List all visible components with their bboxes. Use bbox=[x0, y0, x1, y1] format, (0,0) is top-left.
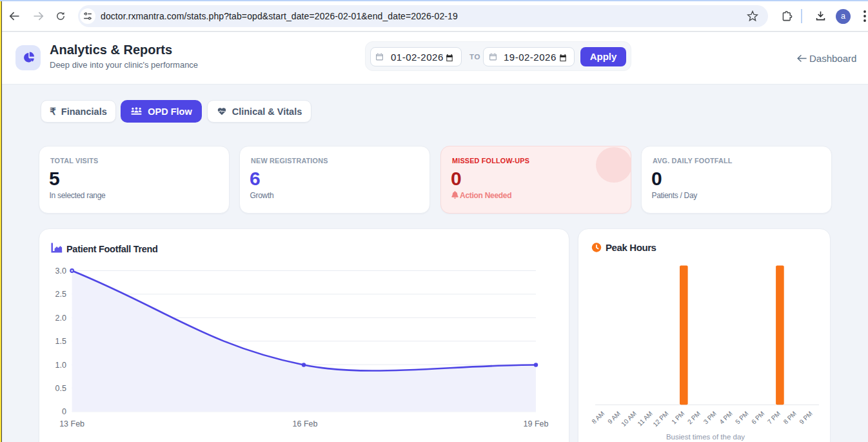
svg-text:10 AM: 10 AM bbox=[620, 410, 638, 428]
svg-text:1 PM: 1 PM bbox=[670, 410, 686, 425]
svg-text:2 PM: 2 PM bbox=[686, 410, 702, 425]
svg-text:3.0: 3.0 bbox=[55, 266, 66, 276]
svg-text:1.5: 1.5 bbox=[55, 337, 66, 346]
svg-text:12 PM: 12 PM bbox=[651, 410, 669, 428]
svg-text:7 PM: 7 PM bbox=[766, 410, 782, 425]
svg-text:16 Feb: 16 Feb bbox=[293, 419, 318, 428]
svg-text:13 Feb: 13 Feb bbox=[59, 419, 84, 428]
svg-text:2.5: 2.5 bbox=[55, 290, 66, 299]
svg-text:5 PM: 5 PM bbox=[734, 410, 749, 425]
svg-text:Patient Footfall Trend: Patient Footfall Trend bbox=[66, 244, 158, 254]
svg-text:2.0: 2.0 bbox=[55, 314, 66, 323]
svg-text:1.0: 1.0 bbox=[55, 361, 66, 370]
svg-text:Busiest times of the day: Busiest times of the day bbox=[666, 433, 745, 441]
svg-text:4 PM: 4 PM bbox=[718, 410, 733, 425]
svg-text:3 PM: 3 PM bbox=[702, 410, 718, 425]
svg-text:9 PM: 9 PM bbox=[798, 410, 813, 425]
svg-text:0.5: 0.5 bbox=[55, 384, 66, 393]
svg-text:8 AM: 8 AM bbox=[590, 410, 606, 425]
svg-text:11 AM: 11 AM bbox=[636, 410, 653, 427]
svg-text:0: 0 bbox=[62, 407, 66, 416]
svg-text:19 Feb: 19 Feb bbox=[524, 419, 549, 428]
svg-text:Peak Hours: Peak Hours bbox=[606, 242, 656, 253]
svg-text:8 PM: 8 PM bbox=[782, 410, 798, 425]
svg-text:6 PM: 6 PM bbox=[750, 410, 765, 425]
